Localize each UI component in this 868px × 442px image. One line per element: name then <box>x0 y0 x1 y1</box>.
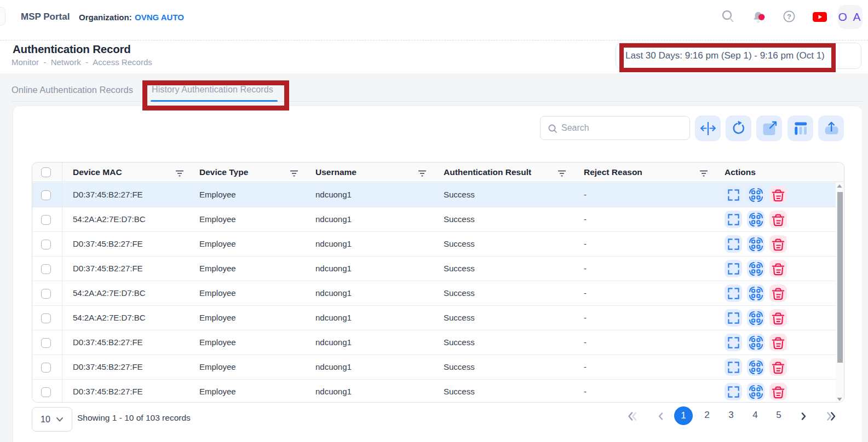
svg-text:?: ? <box>787 13 791 21</box>
